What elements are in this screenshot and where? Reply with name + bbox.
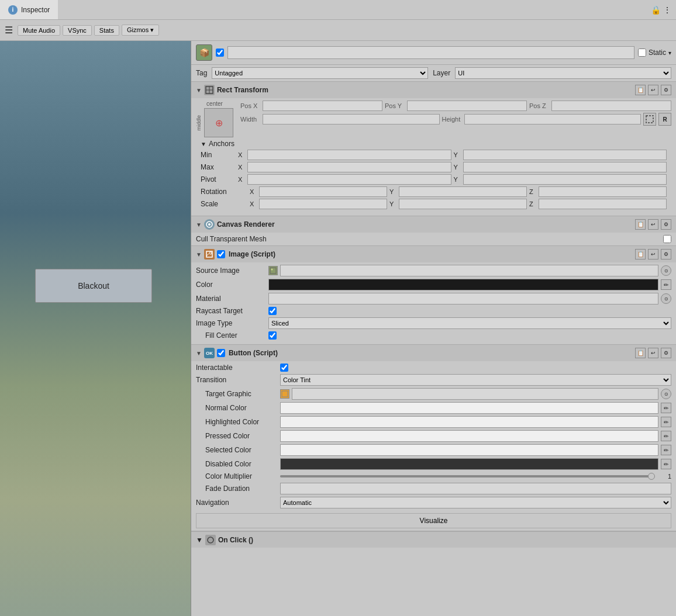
- button-script-title: Button (Script): [229, 349, 633, 357]
- source-image-input[interactable]: UISprite: [280, 265, 658, 276]
- pivot-y-input[interactable]: 0.5: [463, 174, 667, 185]
- scale-y-input[interactable]: 1: [399, 199, 527, 209]
- anchors-label: Anchors: [209, 140, 234, 148]
- anchor-min-y-input[interactable]: 0.5: [463, 150, 667, 160]
- rotation-z-input[interactable]: 0: [539, 186, 667, 197]
- image-type-select[interactable]: Sliced: [268, 317, 671, 329]
- rt-posx-input[interactable]: 763: [263, 101, 382, 111]
- normal-color-pencil-btn[interactable]: ✏: [661, 403, 671, 413]
- static-dropdown-arrow[interactable]: ▾: [668, 50, 671, 56]
- image-script-revert-btn[interactable]: ↩: [648, 249, 658, 259]
- rect-transform-copy-btn[interactable]: 📋: [635, 85, 646, 95]
- rotation-z-label: Z: [529, 188, 536, 195]
- lock-icon[interactable]: 🔒: [651, 5, 661, 15]
- rotation-y-input[interactable]: 0: [399, 186, 527, 197]
- canvas-renderer-copy-btn[interactable]: 📋: [635, 219, 646, 230]
- rect-transform-content: center middle ⊕ Pos X 763: [191, 98, 676, 216]
- gameobject-enabled-checkbox[interactable]: [216, 49, 224, 57]
- vsync-button[interactable]: VSync: [63, 25, 92, 36]
- image-script-settings-btn[interactable]: ⚙: [661, 249, 671, 259]
- button-script-copy-btn[interactable]: 📋: [635, 348, 646, 358]
- pressed-color-row: Pressed Color ✏: [196, 430, 671, 442]
- disabled-color-bar[interactable]: [280, 458, 658, 470]
- raycast-target-row: Raycast Target: [196, 307, 671, 315]
- gizmos-button[interactable]: Gizmos ▾: [122, 25, 159, 36]
- raycast-target-checkbox[interactable]: [268, 307, 277, 315]
- rect-transform-settings-btn[interactable]: ⚙: [661, 85, 671, 95]
- rotation-label: Rotation: [201, 188, 247, 196]
- mute-audio-button[interactable]: Mute Audio: [18, 25, 60, 36]
- pivot-x-input[interactable]: 0.5: [247, 174, 451, 185]
- color-multiplier-track[interactable]: [280, 475, 651, 477]
- layer-label: Layer: [433, 69, 450, 77]
- image-script-enabled[interactable]: [217, 250, 225, 258]
- rt-width-input[interactable]: 250: [263, 114, 440, 124]
- fill-center-checkbox[interactable]: [268, 331, 277, 340]
- color-bar[interactable]: [268, 279, 658, 290]
- color-multiplier-thumb[interactable]: [648, 473, 655, 480]
- canvas-renderer-revert-btn[interactable]: ↩: [648, 219, 658, 230]
- rt-posz-input[interactable]: 0: [551, 101, 671, 111]
- canvas-renderer-arrow[interactable]: ▼: [196, 222, 202, 228]
- on-click-arrow[interactable]: ▼: [196, 536, 203, 544]
- material-picker-btn[interactable]: ⊙: [661, 293, 671, 304]
- source-image-picker-btn[interactable]: ⊙: [661, 265, 671, 276]
- rt-posz-label: Pos Z: [529, 102, 550, 109]
- rect-transform-arrow[interactable]: ▼: [196, 87, 202, 94]
- selected-color-pencil-btn[interactable]: ✏: [661, 445, 671, 455]
- target-graphic-picker-btn[interactable]: ⊙: [661, 389, 671, 399]
- anchors-toggle[interactable]: ▼ Anchors: [201, 140, 667, 148]
- button-script-arrow[interactable]: ▼: [196, 350, 202, 357]
- rt-height-group: Height 100: [442, 114, 641, 124]
- rt-r-btn[interactable]: R: [658, 113, 671, 126]
- inspector-tab[interactable]: i Inspector: [0, 0, 58, 19]
- button-script-enabled[interactable]: [217, 349, 225, 357]
- highlighted-color-pencil-btn[interactable]: ✏: [661, 417, 671, 427]
- rect-transform-revert-btn[interactable]: ↩: [648, 85, 658, 95]
- anchor-min-x-input[interactable]: 0.5: [247, 150, 451, 160]
- color-multiplier-slider[interactable]: 1: [280, 473, 671, 480]
- visualize-button[interactable]: Visualize: [196, 513, 671, 528]
- fade-duration-input[interactable]: 0.1: [280, 483, 671, 494]
- button-script-settings-btn[interactable]: ⚙: [661, 348, 671, 358]
- image-script-arrow[interactable]: ▼: [196, 251, 202, 258]
- pressed-color-bar[interactable]: [280, 430, 658, 442]
- rt-height-input[interactable]: 100: [464, 114, 641, 124]
- image-type-row: Image Type Sliced: [196, 317, 671, 329]
- color-pencil-btn[interactable]: ✏: [661, 279, 671, 290]
- rotation-x-input[interactable]: 0: [259, 186, 387, 197]
- static-checkbox[interactable]: [638, 49, 646, 57]
- anchor-max-y-input[interactable]: 0.5: [463, 162, 667, 172]
- rt-resize-btn[interactable]: [643, 113, 656, 126]
- button-script-revert-btn[interactable]: ↩: [648, 348, 658, 358]
- normal-color-bar[interactable]: [280, 402, 658, 414]
- gameobject-name-input[interactable]: BlackoutButton: [227, 46, 634, 59]
- disabled-color-pencil-btn[interactable]: ✏: [661, 459, 671, 469]
- cull-transparent-checkbox[interactable]: [663, 235, 671, 243]
- rt-posy-input[interactable]: 447: [407, 101, 527, 111]
- interactable-checkbox[interactable]: [280, 364, 288, 372]
- highlighted-color-bar[interactable]: [280, 416, 658, 428]
- scale-x-input[interactable]: 1: [259, 199, 387, 209]
- normal-color-label: Normal Color: [196, 404, 278, 412]
- canvas-renderer-settings-btn[interactable]: ⚙: [661, 219, 671, 230]
- target-graphic-input[interactable]: BlackoutButton (Image): [292, 388, 658, 400]
- hamburger-icon[interactable]: ☰: [2, 25, 15, 36]
- layer-select[interactable]: UI: [455, 67, 671, 79]
- anchor-box[interactable]: ⊕: [204, 108, 233, 137]
- fade-duration-row: Fade Duration 0.1: [196, 483, 671, 494]
- canvas-renderer-title: Canvas Renderer: [217, 220, 633, 229]
- transition-select[interactable]: Color Tint: [280, 374, 671, 386]
- image-script-copy-btn[interactable]: 📋: [635, 249, 646, 259]
- material-input[interactable]: None (Material): [268, 293, 658, 304]
- more-icon[interactable]: ⋮: [663, 5, 671, 15]
- navigation-select[interactable]: Automatic: [280, 497, 671, 508]
- tag-select[interactable]: Untagged: [212, 67, 428, 79]
- pressed-color-pencil-btn[interactable]: ✏: [661, 431, 671, 441]
- raycast-target-label: Raycast Target: [196, 307, 266, 315]
- selected-color-bar[interactable]: [280, 444, 658, 456]
- svg-point-12: [208, 537, 213, 543]
- scale-z-input[interactable]: 1: [539, 199, 667, 209]
- anchor-max-x-input[interactable]: 0.5: [247, 162, 451, 172]
- stats-button[interactable]: Stats: [94, 25, 119, 36]
